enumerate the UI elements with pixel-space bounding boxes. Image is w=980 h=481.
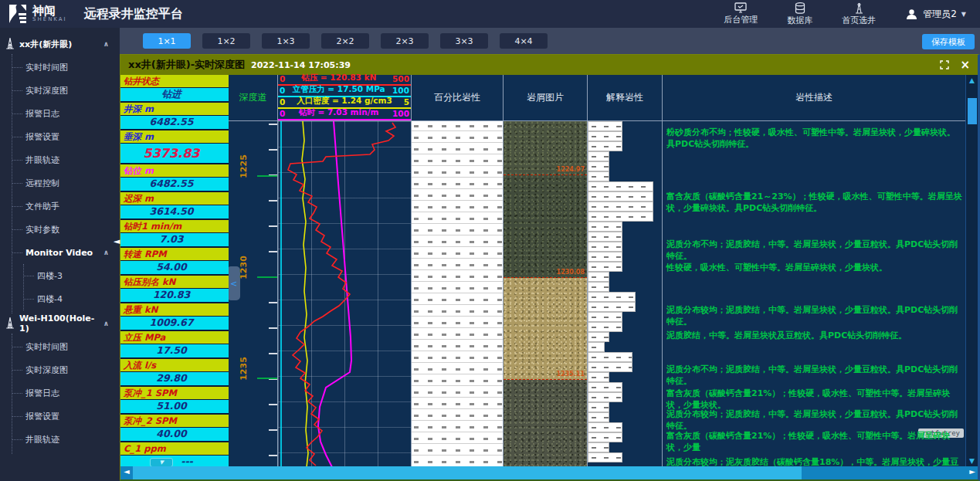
scroll-left-icon[interactable]: ◄ — [124, 467, 130, 476]
horizontal-scroll-thumb[interactable] — [133, 466, 802, 479]
panel-timestamp: 2022-11-14 17:05:39 — [251, 60, 351, 70]
collapse-caret-icon[interactable]: ∧ — [103, 249, 109, 256]
param-overflow-value — [222, 317, 229, 330]
param-label-2: 垂深 m — [120, 130, 222, 143]
lithology-segment-14 — [588, 262, 622, 272]
photo-depth-label: 1230.08 — [557, 269, 585, 276]
sidebar-item-四楼-3[interactable]: 四楼-3 — [24, 264, 120, 287]
nav-well-select-label: 首页选井 — [842, 15, 876, 26]
sidebar-item-报警设置[interactable]: 报警设置 — [12, 125, 120, 148]
sidebar-item-label: Monitor Video — [25, 248, 93, 258]
derrick-icon — [5, 37, 15, 52]
close-icon[interactable]: × — [960, 59, 970, 71]
interpreted-lithology-body — [588, 121, 662, 467]
depth-log-panel: xx井(新井眼)-实时深度图 2022-11-14 17:05:39 × 钻井状… — [120, 54, 980, 481]
layout-button-3×3[interactable]: 3×3 — [440, 33, 488, 49]
layout-button-4×4[interactable]: 4×4 — [500, 33, 548, 49]
description-8: 泥质分布较均；泥质胶结，中等。岩屑呈块状，少量豆粒状。具PDC钻头切削特征。 — [666, 408, 962, 432]
photo-depth-label: 1235.11 — [557, 371, 585, 378]
nav-admin[interactable]: 后台管理 — [724, 2, 758, 25]
sidebar-item-报警设置[interactable]: 报警设置 — [12, 405, 120, 428]
curve-max: 100 — [392, 109, 409, 118]
depth-tick-label: 1235 — [239, 357, 249, 381]
well-children: 实时时间图实时深度图报警日志报警设置井眼轨迹 — [12, 334, 120, 454]
vertical-scrollbar[interactable]: ▲ ▼ — [965, 75, 978, 466]
depth-minor-ticks — [269, 121, 277, 467]
param-label-0: 钻井状态 — [120, 75, 222, 87]
layout-button-1×2[interactable]: 1×2 — [202, 33, 250, 49]
nav-database[interactable]: 数据库 — [787, 2, 812, 26]
lithology-segment-20 — [588, 322, 622, 332]
lithology-segment-12 — [588, 242, 622, 252]
well-node-0[interactable]: xx井(新井眼)∧ — [5, 34, 120, 54]
curve-name-value: 立管压力 = 17.50 MPa — [293, 84, 385, 95]
param-overflow-label — [222, 303, 229, 316]
curve-min: 0 — [280, 74, 285, 83]
collapse-caret-icon[interactable]: ∧ — [103, 320, 109, 327]
lithology-segment-8 — [588, 202, 653, 212]
well-children: 实时时间图实时深度图报警日志报警设置井眼轨迹远程控制文件助手实时参数Monito… — [12, 54, 120, 313]
user-menu[interactable]: 管理员2 ▼ — [905, 8, 966, 21]
sidebar-item-报警日志[interactable]: 报警日志 — [12, 102, 120, 125]
param-overflow-value — [222, 261, 229, 274]
collapse-caret-icon[interactable]: ∧ — [103, 40, 109, 48]
header-nav: 后台管理 数据库 首页选井 — [724, 2, 980, 26]
sidebar-item-井眼轨迹[interactable]: 井眼轨迹 — [12, 148, 120, 171]
sidebar-item-实时时间图[interactable]: 实时时间图 — [12, 56, 120, 79]
lithology-segment-13 — [588, 252, 622, 262]
well-node-1[interactable]: Wei-H100(Hole-1)∧ — [5, 313, 120, 334]
param-value-1: 6482.55 — [120, 116, 222, 129]
sidebar-item-实时参数[interactable]: 实时参数 — [12, 218, 120, 241]
param-dropdown-button[interactable]: ▼ — [150, 458, 173, 466]
sidebar-item-实时时间图[interactable]: 实时时间图 — [12, 335, 120, 358]
sidebar-item-报警日志[interactable]: 报警日志 — [12, 381, 120, 405]
layout-button-2×2[interactable]: 2×2 — [321, 33, 369, 49]
param-value-13: ▼--- — [120, 456, 222, 466]
curve-legend: 0钻压 = 120.83 kN5000立管压力 = 17.50 MPa1000入… — [278, 75, 411, 121]
param-label-9: 立压 MPa — [120, 331, 222, 344]
param-overflow-label — [222, 276, 229, 288]
interpreted-lithology-column: 解释岩性 — [588, 75, 663, 466]
layout-button-2×3[interactable]: 2×3 — [381, 33, 429, 49]
sidebar-item-label: 报警日志 — [25, 388, 59, 399]
sidebar-item-label: 实时时间图 — [25, 341, 68, 353]
sidebar-item-实时深度图[interactable]: 实时深度图 — [12, 358, 120, 381]
lithology-segment-22 — [588, 342, 605, 352]
param-value-4: 3614.50 — [120, 205, 222, 218]
sidebar-collapse-arrow[interactable]: ◄ — [114, 236, 120, 246]
param-overflow-label — [222, 103, 229, 115]
tree-dash — [12, 393, 22, 394]
param-label-4: 迟深 m — [120, 192, 222, 205]
sidebar-item-文件助手[interactable]: 文件助手 — [12, 195, 120, 218]
param-label-10: 入流 l/s — [120, 359, 222, 371]
sidebar-item-label: 报警设置 — [25, 131, 59, 143]
sidebar-item-井眼轨迹[interactable]: 井眼轨迹 — [12, 428, 120, 451]
scroll-right-icon[interactable]: ► — [969, 467, 975, 476]
horizontal-scrollbar[interactable]: ◄ ► — [120, 466, 978, 479]
depth-tick-label: 1225 — [239, 154, 249, 178]
sidebar-item-四楼-4[interactable]: 四楼-4 — [24, 287, 120, 310]
sidebar-item-monitor-video[interactable]: Monitor Video∧ — [12, 241, 120, 264]
param-overflow-label — [222, 130, 229, 143]
cuttings-photos-header: 岩屑图片 — [504, 75, 587, 121]
well-tree-sidebar: xx井(新井眼)∧实时时间图实时深度图报警日志报警设置井眼轨迹远程控制文件助手实… — [0, 28, 120, 481]
nav-well-select[interactable]: 首页选井 — [842, 2, 876, 26]
scroll-up-icon[interactable]: ▲ — [966, 76, 978, 84]
lithology-segment-26 — [588, 382, 622, 392]
layout-button-1×3[interactable]: 1×3 — [262, 33, 310, 49]
sidebar-item-实时深度图[interactable]: 实时深度图 — [12, 79, 120, 102]
sidebar-item-远程控制[interactable]: 远程控制 — [12, 171, 120, 195]
layout-button-1×1[interactable]: 1×1 — [143, 33, 191, 49]
param-label-13: C_1 ppm — [120, 442, 222, 455]
nav-database-label: 数据库 — [787, 15, 812, 26]
lithology-segment-31 — [588, 432, 622, 442]
save-template-button[interactable]: 保存模板 — [922, 34, 975, 49]
description-3: 性较硬，吸水性、可塑性中等。岩屑呈碎块状，少量块状。 — [666, 262, 962, 273]
sidebar-item-label: 实时参数 — [25, 224, 59, 235]
depth-tick-line — [257, 378, 277, 379]
fullscreen-icon[interactable] — [940, 60, 949, 69]
vertical-scroll-thumb[interactable] — [968, 98, 977, 124]
tree-dash — [12, 137, 22, 137]
description-9: 富含灰质（碳酸钙含量21%）；性较硬，吸水性、可塑性中等。岩屑呈碎块状，少量 — [666, 430, 962, 453]
scroll-down-icon[interactable]: ▼ — [966, 457, 978, 465]
